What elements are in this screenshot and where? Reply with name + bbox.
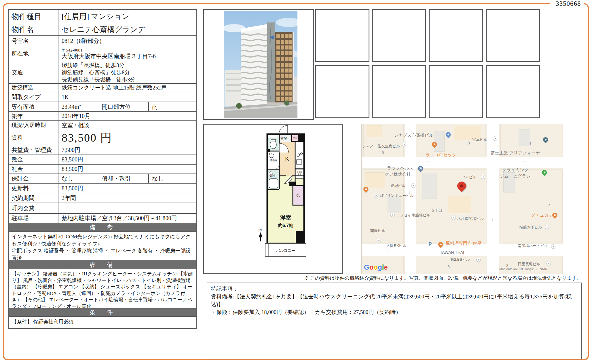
- row-value: 南: [149, 102, 196, 111]
- street-arrow: →: [490, 217, 496, 222]
- transit-line: 御堂筋線「心斎橋」徒歩8分: [62, 69, 130, 76]
- row-value: 23.44m²: [58, 102, 99, 111]
- map-label: 堺筋木下ビル: [519, 225, 542, 230]
- kitchen-label: K: [285, 156, 289, 162]
- map-label: 宮本ビル: [472, 137, 487, 142]
- row-label: 駐車場: [9, 214, 58, 223]
- map-label: 富士工業 アリアフィーナ: [491, 150, 540, 156]
- fridge-label2: 置場: [298, 173, 302, 176]
- map-label: ラックヘルス: [387, 165, 413, 171]
- room-size-label: 約6.7帖: [278, 223, 293, 228]
- street-arrow: →: [522, 158, 528, 164]
- photo-placeholder: [429, 9, 483, 62]
- street-arrow: →: [424, 158, 430, 164]
- closet-label: CL: [297, 194, 300, 197]
- rent-value: 83,500 円: [58, 130, 196, 145]
- shoebox-label: 下足: [293, 137, 297, 140]
- table-row: 更新料 83,500円: [9, 184, 196, 193]
- photo-placeholder: [429, 65, 483, 118]
- photo-placeholder: [486, 9, 540, 62]
- equipment-text: 【キッチン】 給湯器（電気）・IHクッキングヒーター・システムキッチン 【水廻り…: [9, 269, 196, 308]
- transit-line: 長堀鶴見線「長堀橋」徒歩3分: [62, 76, 136, 83]
- row-value: 0812（8階部分）: [58, 36, 196, 46]
- table-row: 保証金 なし 償却・敷引 なし: [9, 174, 196, 184]
- map-label: 日宝長堀ビル: [518, 262, 540, 267]
- map-pin: [451, 216, 456, 220]
- table-row: 契約期間 2年間: [9, 193, 196, 203]
- map-label: シマノ・住友生命ビル: [362, 144, 400, 149]
- map-label: ケア株式会社: [385, 172, 411, 177]
- table-row: 町内会費: [9, 203, 196, 214]
- map-label: 第2.BSビル: [450, 257, 470, 262]
- map-label: クライミング: [502, 167, 529, 173]
- row-label: 開口部方位: [99, 102, 149, 111]
- row-value: なし: [58, 174, 99, 183]
- photo-placeholder: [372, 65, 426, 118]
- school-icon: 文: [419, 167, 422, 170]
- map-label: ジム・ヒグラシ: [500, 174, 531, 179]
- map-label: TAWAN THAI: [440, 250, 464, 255]
- conditions-text: 【条件】 保証会社利用必須: [9, 317, 196, 328]
- row-label: 交通: [9, 61, 58, 83]
- washroom-label: 洗面室: [270, 159, 277, 162]
- map-pin: [377, 238, 381, 242]
- photo-placeholder: [372, 9, 426, 62]
- location-map: → → → → ← P 文 シナプス心斎橋ビル シマノ・住友生命ビル 9 8 宮…: [361, 124, 563, 274]
- table-row: 賃料 83,500 円: [9, 130, 196, 145]
- row-label: 敷金: [9, 155, 58, 164]
- table-row: 所在地 〒542-0081 大阪府大阪市中央区南船場２丁目7-6: [9, 46, 196, 61]
- table-row: 礼金 83,500円: [9, 165, 196, 174]
- row-label: 間取タイプ: [9, 92, 58, 102]
- disclaimer-text: ※ この資料は物件の概略紹介資料になります。写真、間取図面、設備、概要などが現況…: [207, 275, 582, 281]
- row-value: 83,500円: [58, 155, 196, 164]
- map-street: [405, 124, 416, 274]
- map-pin: [481, 175, 485, 179]
- row-value: [住居用] マンション: [58, 10, 196, 23]
- row-label: 号室名: [9, 36, 58, 46]
- row-label: 専有面積: [9, 102, 58, 111]
- floorplan-drawing: N 玄関 下足 K 洗面室 浴室 CL 冷蔵庫 置場 洋室 約6.7帖 バルコニ…: [204, 125, 342, 273]
- row-label: 共益費・管理費: [9, 145, 58, 155]
- table-row: 間取タイプ 1K: [9, 92, 196, 102]
- notes-box: 特記事項： 賃料備考:【法人契約礼金1ヶ月要】【退去時ハウスクリーニング代 20…: [207, 283, 582, 359]
- doc-number: 3350668: [556, 0, 581, 7]
- row-label: 礼金: [9, 165, 58, 174]
- entrance-label: 玄関: [280, 137, 287, 141]
- row-value: 2018年10月: [58, 112, 196, 120]
- row-value: 7,500円: [58, 145, 196, 155]
- room-label: 洋室: [280, 215, 291, 221]
- map-pin: [402, 142, 406, 146]
- map-label: 1: [529, 141, 532, 146]
- map-label: 2丁目: [432, 208, 443, 213]
- table-row: 交通 堺筋線「長堀橋」徒歩3分 御堂筋線「心斎橋」徒歩8分 長堀鶴見線「長堀橋」…: [9, 61, 196, 84]
- parking-icon: P: [428, 241, 432, 247]
- map-pin: [547, 261, 551, 265]
- map-pin: [390, 213, 395, 217]
- row-label: 建築構造: [9, 84, 58, 92]
- map-label: シナプス心斎橋ビル: [394, 133, 433, 138]
- row-value: 83,500円: [58, 184, 196, 193]
- notes-title: 特記事項：: [211, 285, 578, 293]
- row-label: 償却・敷引: [99, 174, 149, 183]
- fridge-label: 冷蔵庫: [297, 171, 302, 173]
- postal-code: 〒542-0081: [62, 48, 83, 53]
- row-label: 現況/入居時期: [9, 121, 58, 130]
- equipment-header: 設 備: [9, 261, 196, 269]
- table-row: 専有面積 23.44m² 開口部方位 南: [9, 102, 196, 112]
- remarks-text: インターネット無料♪(UCOM光レジデンス) / 好立地でミナミにもキタにもアク…: [9, 232, 196, 261]
- compass-label: N: [259, 228, 262, 232]
- map-pin: [545, 225, 549, 229]
- photo-placeholder: [315, 9, 369, 62]
- transit-line: 堺筋線「長堀橋」徒歩3分: [62, 62, 125, 69]
- google-logo: Google: [364, 263, 388, 271]
- row-value: 空室 / 相談: [58, 121, 196, 130]
- table-row: 共益費・管理費 7,500円: [9, 145, 196, 155]
- table-row: 築年 2018年10月: [9, 112, 196, 121]
- row-value: [58, 203, 196, 213]
- floorplan-panel: N 玄関 下足 K 洗面室 浴室 CL 冷蔵庫 置場 洋室 約6.7帖 バルコニ…: [203, 124, 343, 274]
- map-label: STビル: [464, 175, 477, 180]
- map-pin: [551, 244, 555, 249]
- map-label: ラ・ゴロセッタ: [426, 152, 456, 158]
- table-row: 物件種目 [住居用] マンション: [9, 10, 196, 23]
- row-label: 保証金: [9, 174, 58, 183]
